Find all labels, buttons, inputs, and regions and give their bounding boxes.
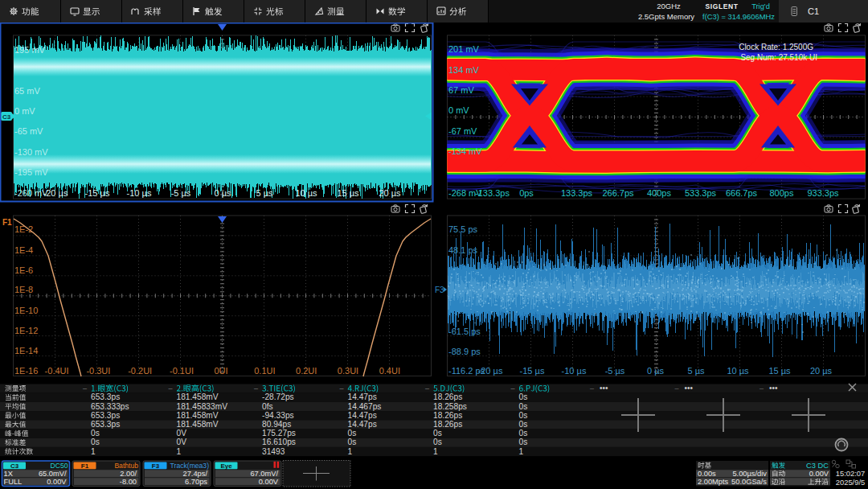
svg-text:-133.3ps: -133.3ps bbox=[475, 188, 510, 198]
svg-text:18.26ps: 18.26ps bbox=[433, 392, 462, 401]
svg-text:1E-14: 1E-14 bbox=[14, 346, 38, 355]
svg-text:2.00Mpts: 2.00Mpts bbox=[698, 478, 729, 486]
svg-text:6.70ps: 6.70ps bbox=[185, 478, 207, 486]
svg-text:14.47ps: 14.47ps bbox=[348, 420, 377, 429]
svg-text:0.00V: 0.00V bbox=[259, 478, 279, 486]
svg-text:5 µs: 5 µs bbox=[256, 188, 273, 198]
svg-text:F1: F1 bbox=[81, 462, 89, 470]
svg-text:0s: 0s bbox=[348, 429, 357, 438]
svg-text:0fs: 0fs bbox=[262, 402, 273, 411]
svg-text:-5 µs: -5 µs bbox=[605, 366, 625, 376]
svg-text:0 µs: 0 µs bbox=[214, 188, 231, 198]
svg-text:–: – bbox=[760, 384, 764, 392]
svg-text:15 µs: 15 µs bbox=[768, 366, 791, 376]
svg-text:0s: 0s bbox=[519, 411, 528, 420]
svg-text:181.458mV: 181.458mV bbox=[177, 411, 219, 420]
svg-text:Track(mea3): Track(mea3) bbox=[170, 462, 210, 470]
svg-text:18.26ps: 18.26ps bbox=[433, 411, 462, 420]
svg-text:1E-12: 1E-12 bbox=[14, 326, 38, 335]
svg-text:C3: C3 bbox=[2, 113, 11, 121]
svg-text:-88.9 ps: -88.9 ps bbox=[448, 347, 481, 356]
svg-text:27.4ps/: 27.4ps/ bbox=[183, 470, 208, 478]
svg-text:1: 1 bbox=[348, 447, 353, 456]
svg-text:266.7ps: 266.7ps bbox=[602, 188, 634, 198]
svg-text:195 mV: 195 mV bbox=[14, 45, 46, 55]
svg-text:–: – bbox=[511, 384, 515, 392]
svg-text:DC50: DC50 bbox=[51, 462, 68, 470]
svg-text:-5 µs: -5 µs bbox=[171, 188, 191, 198]
svg-text:0.3UI: 0.3UI bbox=[338, 366, 358, 376]
svg-text:0.1UI: 0.1UI bbox=[254, 366, 275, 376]
svg-text:15:02:07: 15:02:07 bbox=[836, 469, 866, 478]
svg-text:400ps: 400ps bbox=[647, 188, 671, 198]
svg-text:0.00V: 0.00V bbox=[47, 478, 67, 486]
svg-text:1: 1 bbox=[177, 447, 182, 456]
svg-text:0s: 0s bbox=[519, 402, 528, 411]
svg-text:653.3ps: 653.3ps bbox=[91, 420, 120, 429]
svg-text:67.0mV/: 67.0mV/ bbox=[250, 470, 278, 478]
svg-text:133.3ps: 133.3ps bbox=[561, 188, 593, 198]
svg-text:933.3ps: 933.3ps bbox=[807, 188, 839, 198]
svg-text:-8.00: -8.00 bbox=[120, 478, 137, 486]
svg-text:0s: 0s bbox=[433, 429, 442, 438]
svg-text:0s: 0s bbox=[519, 420, 528, 429]
svg-text:1E-6: 1E-6 bbox=[14, 265, 33, 275]
svg-text:0V: 0V bbox=[177, 429, 187, 438]
svg-text:31493: 31493 bbox=[262, 447, 285, 456]
svg-text:0s: 0s bbox=[91, 429, 100, 438]
svg-text:1: 1 bbox=[519, 447, 524, 456]
svg-text:10 µs: 10 µs bbox=[295, 188, 317, 198]
svg-text:201 mV: 201 mV bbox=[448, 44, 480, 54]
svg-text:181.458mV: 181.458mV bbox=[177, 420, 219, 429]
svg-text:-20 µs: -20 µs bbox=[478, 366, 503, 376]
svg-text:1X: 1X bbox=[4, 470, 13, 478]
svg-text:181.458mV: 181.458mV bbox=[177, 392, 219, 401]
svg-text:-134 mV: -134 mV bbox=[448, 146, 482, 156]
svg-text:Bathtub: Bathtub bbox=[114, 462, 138, 470]
svg-text:SIGLENT: SIGLENT bbox=[705, 2, 738, 10]
svg-text:1E-8: 1E-8 bbox=[14, 285, 33, 294]
svg-text:–: – bbox=[169, 384, 173, 392]
svg-text:80.94ps: 80.94ps bbox=[262, 420, 291, 429]
svg-text:0V: 0V bbox=[177, 438, 187, 446]
svg-text:-67 mV: -67 mV bbox=[448, 126, 477, 136]
svg-text:67 mV: 67 mV bbox=[448, 85, 474, 95]
svg-text:0s: 0s bbox=[91, 438, 100, 446]
svg-text:1: 1 bbox=[91, 447, 96, 456]
svg-text:175.27ps: 175.27ps bbox=[262, 429, 296, 438]
svg-text:–: – bbox=[675, 384, 679, 392]
svg-text:18.258ps: 18.258ps bbox=[433, 402, 467, 411]
svg-text:–: – bbox=[340, 384, 344, 392]
svg-text:75.5 ps: 75.5 ps bbox=[448, 224, 478, 234]
svg-text:533.3ps: 533.3ps bbox=[685, 188, 717, 198]
svg-text:C1: C1 bbox=[808, 6, 819, 16]
svg-text:14.47ps: 14.47ps bbox=[348, 411, 377, 420]
svg-text:F1: F1 bbox=[2, 218, 12, 227]
svg-text:-195 mV: -195 mV bbox=[14, 167, 48, 177]
svg-text:Trig'd: Trig'd bbox=[751, 2, 770, 10]
svg-text:0 mV: 0 mV bbox=[448, 105, 469, 115]
svg-text:-61.5 ps: -61.5 ps bbox=[448, 327, 481, 336]
svg-text:20 µs: 20 µs bbox=[379, 188, 401, 198]
svg-text:65 mV: 65 mV bbox=[14, 86, 40, 96]
svg-text:0 mV: 0 mV bbox=[14, 106, 35, 116]
svg-text:1E-10: 1E-10 bbox=[14, 306, 38, 315]
svg-text:–: – bbox=[590, 384, 594, 392]
svg-text:F3: F3 bbox=[152, 462, 160, 470]
svg-text:-130 mV: -130 mV bbox=[14, 147, 48, 157]
svg-text:5 µs: 5 µs bbox=[687, 366, 705, 376]
svg-text:10 µs: 10 µs bbox=[727, 366, 749, 376]
svg-text:C3: C3 bbox=[10, 462, 19, 470]
svg-text:C3 DC: C3 DC bbox=[806, 462, 829, 470]
svg-text:666.7ps: 666.7ps bbox=[726, 188, 758, 198]
svg-text:2.00/: 2.00/ bbox=[120, 470, 137, 478]
svg-text:-15 µs: -15 µs bbox=[520, 366, 545, 376]
svg-text:•••: ••• bbox=[769, 384, 778, 392]
svg-text:•••: ••• bbox=[600, 384, 608, 392]
svg-text:0s: 0s bbox=[519, 429, 528, 438]
svg-text:18.26ps: 18.26ps bbox=[433, 420, 462, 429]
svg-text:Clock Rate: 1.2500G: Clock Rate: 1.2500G bbox=[739, 43, 813, 51]
svg-text:1: 1 bbox=[433, 447, 438, 456]
svg-text:14.47ps: 14.47ps bbox=[348, 392, 377, 401]
svg-text:653.3ps: 653.3ps bbox=[91, 392, 120, 401]
